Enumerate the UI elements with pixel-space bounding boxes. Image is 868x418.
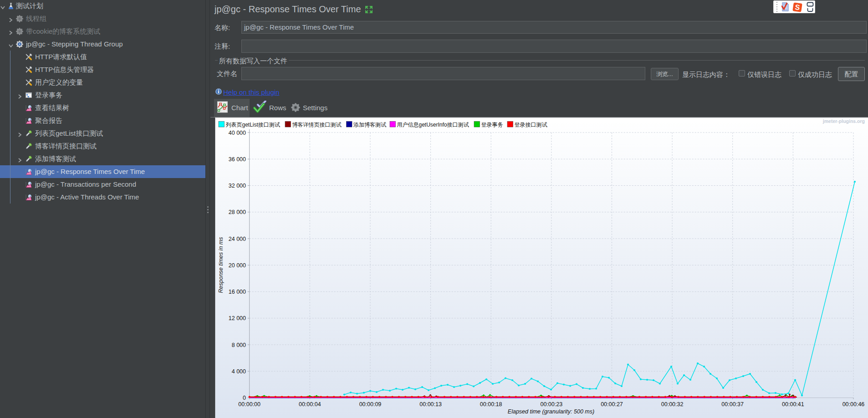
svg-text:添加博客测试: 添加博客测试: [353, 122, 386, 128]
svg-text:Elapsed time (granularity: 500: Elapsed time (granularity: 500 ms): [508, 408, 594, 415]
svg-text:登录接口测试: 登录接口测试: [515, 122, 547, 128]
svg-text:28 000: 28 000: [229, 209, 246, 215]
svg-text:20 000: 20 000: [229, 262, 246, 269]
svg-text:00:00:09: 00:00:09: [359, 401, 382, 408]
svg-text:16 000: 16 000: [229, 289, 246, 295]
svg-text:登录事务: 登录事务: [481, 122, 503, 128]
svg-text:00:00:46: 00:00:46: [842, 401, 865, 408]
svg-text:00:00:18: 00:00:18: [480, 401, 502, 408]
svg-text:00:00:04: 00:00:04: [299, 401, 321, 408]
svg-text:Response times in ms: Response times in ms: [218, 237, 224, 293]
svg-text:12 000: 12 000: [229, 315, 246, 321]
svg-text:00:00:00: 00:00:00: [238, 401, 260, 408]
svg-text:32 000: 32 000: [229, 183, 246, 189]
svg-text:00:00:23: 00:00:23: [540, 401, 562, 408]
svg-text:00:00:32: 00:00:32: [661, 401, 684, 408]
svg-text:00:00:27: 00:00:27: [601, 401, 623, 408]
svg-text:00:00:13: 00:00:13: [419, 401, 442, 408]
svg-text:4 000: 4 000: [232, 368, 246, 375]
svg-text:8 000: 8 000: [232, 342, 246, 348]
svg-text:博客详情页接口测试: 博客详情页接口测试: [292, 122, 342, 128]
svg-text:0: 0: [243, 395, 246, 401]
svg-text:jmeter-plugins.org: jmeter-plugins.org: [822, 118, 865, 124]
svg-text:用户信息getUserInfo接口测试: 用户信息getUserInfo接口测试: [397, 122, 469, 128]
svg-text:00:00:37: 00:00:37: [721, 401, 744, 408]
svg-text:36 000: 36 000: [229, 156, 246, 163]
svg-text:24 000: 24 000: [229, 236, 246, 242]
svg-text:列表页getList接口测试: 列表页getList接口测试: [226, 122, 280, 128]
svg-text:00:00:41: 00:00:41: [782, 401, 804, 408]
svg-text:40 000: 40 000: [229, 130, 246, 136]
